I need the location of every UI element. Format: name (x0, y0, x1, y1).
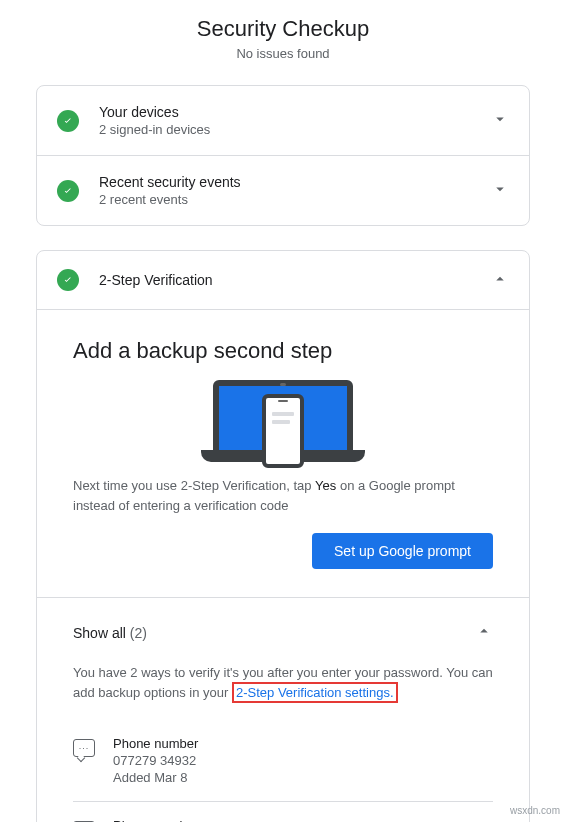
setup-google-prompt-button[interactable]: Set up Google prompt (312, 533, 493, 569)
backup-entry: ··· Phone number 086194 04237 Added Mar … (73, 802, 493, 822)
backup-description: Next time you use 2-Step Verification, t… (73, 476, 493, 533)
two-step-settings-link[interactable]: 2-Step Verification settings. (232, 682, 398, 703)
your-devices-row[interactable]: Your devices 2 signed-in devices (37, 86, 529, 156)
devices-subtitle: 2 signed-in devices (99, 122, 491, 137)
sms-icon: ··· (73, 739, 95, 757)
backup-heading: Add a backup second step (73, 338, 493, 364)
two-step-card: 2-Step Verification Add a backup second … (36, 250, 530, 822)
backup-entry: ··· Phone number 077279 34932 Added Mar … (73, 720, 493, 802)
phone-icon (262, 394, 304, 468)
ways-description: You have 2 ways to verify it's you after… (37, 657, 529, 720)
show-all-row[interactable]: Show all (2) (37, 598, 529, 657)
check-icon (57, 180, 79, 202)
chevron-down-icon (491, 180, 509, 201)
page-header: Security Checkup No issues found (0, 0, 566, 85)
page-subtitle: No issues found (0, 46, 566, 61)
entry-title: Phone number (113, 818, 198, 822)
entry-added: Added Mar 8 (113, 770, 198, 785)
entry-title: Phone number (113, 736, 198, 751)
watermark: wsxdn.com (510, 805, 560, 816)
events-title: Recent security events (99, 174, 491, 190)
two-step-header-row[interactable]: 2-Step Verification (37, 251, 529, 310)
twostep-title: 2-Step Verification (99, 272, 491, 288)
recent-events-row[interactable]: Recent security events 2 recent events (37, 156, 529, 225)
backup-panel: Add a backup second step Next time you u… (37, 310, 529, 598)
check-icon (57, 110, 79, 132)
chevron-down-icon (491, 110, 509, 131)
devices-title: Your devices (99, 104, 491, 120)
show-all-label: Show all (2) (73, 625, 147, 641)
events-subtitle: 2 recent events (99, 192, 491, 207)
page-title: Security Checkup (0, 16, 566, 42)
devices-illustration (73, 372, 493, 476)
chevron-up-icon (475, 622, 493, 643)
entry-value: 077279 34932 (113, 753, 198, 768)
summary-card: Your devices 2 signed-in devices Recent … (36, 85, 530, 226)
check-icon (57, 269, 79, 291)
chevron-up-icon (491, 270, 509, 291)
